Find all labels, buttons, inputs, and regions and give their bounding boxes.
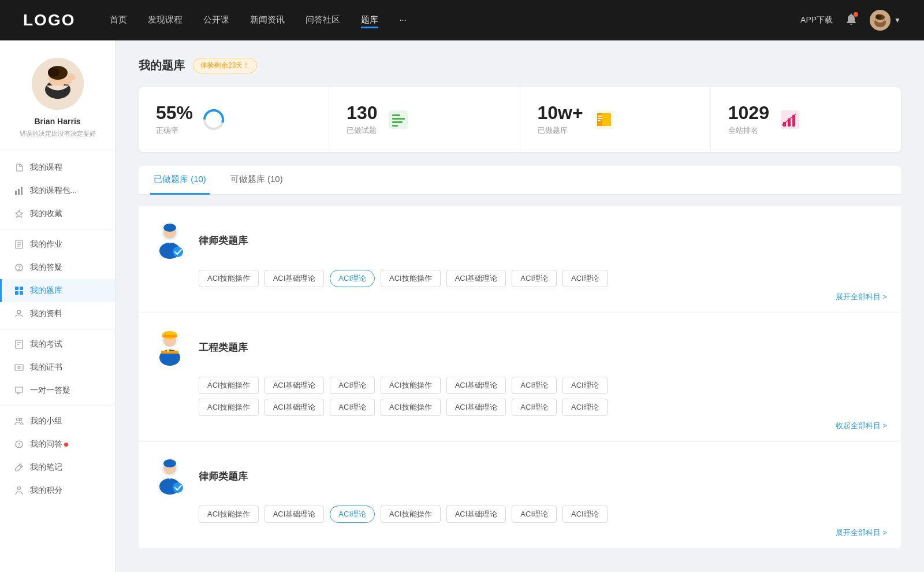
eng-tag-2[interactable]: ACI理论 <box>330 377 375 394</box>
sidebar-item-course[interactable]: 我的课程 <box>0 156 115 179</box>
nav-discover[interactable]: 发现课程 <box>148 12 182 28</box>
doc2-icon <box>14 339 24 350</box>
eng-tag-4[interactable]: ACI基础理论 <box>446 377 506 394</box>
expand-link-lawyer-2[interactable]: 展开全部科目 > <box>199 528 887 538</box>
svg-rect-65 <box>167 350 169 352</box>
svg-point-9 <box>48 68 59 77</box>
nav-home[interactable]: 首页 <box>110 12 127 28</box>
nav-opencourse[interactable]: 公开课 <box>203 12 229 28</box>
sidebar-item-favorites-label: 我的收藏 <box>30 209 62 219</box>
l2-tag-2[interactable]: ACI理论 <box>330 506 375 523</box>
user-avatar-area[interactable]: ▼ <box>870 10 901 31</box>
l2-tag-1[interactable]: ACI基础理论 <box>264 506 325 523</box>
svg-rect-21 <box>20 287 23 290</box>
sidebar-item-profile-label: 我的资料 <box>30 309 62 319</box>
l2-tag-5[interactable]: ACI理论 <box>512 506 557 523</box>
svg-rect-40 <box>392 114 400 116</box>
profile-name: Brian Harris <box>34 117 80 126</box>
sidebar-item-exams[interactable]: 我的考试 <box>0 333 115 356</box>
l2-tag-3[interactable]: ACI技能操作 <box>381 506 441 523</box>
question-icon <box>14 262 24 273</box>
sidebar-item-qa[interactable]: 我的答疑 <box>0 256 115 279</box>
tag-5[interactable]: ACI理论 <box>512 270 557 287</box>
divider-3 <box>0 406 115 406</box>
eng-tag-7[interactable]: ACI技能操作 <box>199 399 259 416</box>
notification-bell[interactable] <box>844 12 858 28</box>
engineer-icon <box>152 327 187 367</box>
tag-3[interactable]: ACI技能操作 <box>381 270 441 287</box>
eng-tag-8[interactable]: ACI基础理论 <box>264 399 325 416</box>
svg-rect-64 <box>161 351 178 354</box>
chart-icon <box>14 185 24 196</box>
banks-chart-icon <box>593 108 616 131</box>
sidebar-item-group[interactable]: 我的小组 <box>0 410 115 433</box>
rank-chart-icon <box>778 108 802 131</box>
stat-done-banks-label: 已做题库 <box>538 125 583 136</box>
tab-available-banks[interactable]: 可做题库 (10) <box>227 166 286 195</box>
svg-point-35 <box>18 487 21 490</box>
profile-area: Brian Harris 错误的决定比没有决定要好 <box>0 58 115 150</box>
eng-tag-11[interactable]: ACI基础理论 <box>446 399 506 416</box>
eng-tag-5[interactable]: ACI理论 <box>512 377 557 394</box>
sidebar-item-homework[interactable]: 我的作业 <box>0 233 115 256</box>
sidebar-item-notes[interactable]: 我的笔记 <box>0 456 115 479</box>
tab-done-banks[interactable]: 已做题库 (10) <box>150 166 210 195</box>
nav-qa[interactable]: 问答社区 <box>305 12 340 28</box>
sidebar-item-coursepack[interactable]: 我的课程包... <box>0 179 115 202</box>
sidebar-item-qa-label: 我的答疑 <box>30 262 62 273</box>
sidebar-item-my-questions[interactable]: ? 我的问答 <box>0 433 115 456</box>
svg-rect-23 <box>20 291 23 295</box>
app-download-button[interactable]: APP下载 <box>800 15 833 25</box>
svg-rect-43 <box>392 125 398 127</box>
bank-section-lawyer-1: 律师类题库 ACI技能操作 ACI基础理论 ACI理论 ACI技能操作 ACI基… <box>139 206 901 313</box>
expand-link-lawyer-1[interactable]: 展开全部科目 > <box>199 292 887 302</box>
collapse-link-engineer[interactable]: 收起全部科目 > <box>199 421 887 431</box>
eng-tag-9[interactable]: ACI理论 <box>330 399 375 416</box>
tag-0[interactable]: ACI技能操作 <box>199 270 259 287</box>
l2-tag-6[interactable]: ACI理论 <box>562 506 608 523</box>
svg-point-4 <box>875 14 881 19</box>
svg-rect-48 <box>598 118 602 119</box>
eng-tag-10[interactable]: ACI技能操作 <box>381 399 441 416</box>
sidebar-item-questionbank[interactable]: 我的题库 <box>0 279 115 302</box>
sidebar-item-certificate[interactable]: 我的证书 <box>0 356 115 379</box>
eng-tag-0[interactable]: ACI技能操作 <box>199 377 259 394</box>
svg-marker-13 <box>16 210 23 217</box>
tags-row-lawyer-1: ACI技能操作 ACI基础理论 ACI理论 ACI技能操作 ACI基础理论 AC… <box>199 270 887 287</box>
eng-tag-13[interactable]: ACI理论 <box>562 399 608 416</box>
stat-done-questions: 130 已做试题 <box>329 87 520 152</box>
tag-6[interactable]: ACI理论 <box>562 270 608 287</box>
tag-2[interactable]: ACI理论 <box>330 270 375 287</box>
l2-tag-0[interactable]: ACI技能操作 <box>199 506 259 523</box>
eng-tag-12[interactable]: ACI理论 <box>512 399 557 416</box>
logo[interactable]: LOGO <box>23 11 75 29</box>
nav-more[interactable]: ··· <box>399 12 407 28</box>
chevron-down-icon: ▼ <box>894 16 901 24</box>
bank-title-lawyer-1: 律师类题库 <box>199 234 248 247</box>
svg-point-38 <box>208 114 219 125</box>
group-icon <box>14 416 24 426</box>
tag-4[interactable]: ACI基础理论 <box>446 270 506 287</box>
sidebar-item-profile[interactable]: 我的资料 <box>0 302 115 325</box>
svg-point-29 <box>18 366 20 369</box>
bank-section-lawyer-2: 律师类题库 ACI技能操作 ACI基础理论 ACI理论 ACI技能操作 ACI基… <box>139 442 901 549</box>
l2-tag-4[interactable]: ACI基础理论 <box>446 506 506 523</box>
nav-news[interactable]: 新闻资讯 <box>250 12 285 28</box>
tags-row-engineer-1: ACI技能操作 ACI基础理论 ACI理论 ACI技能操作 ACI基础理论 AC… <box>199 377 887 394</box>
sidebar-item-favorites[interactable]: 我的收藏 <box>0 202 115 225</box>
sidebar-item-points[interactable]: 我的积分 <box>0 479 115 502</box>
tag-1[interactable]: ACI基础理论 <box>264 270 325 287</box>
svg-rect-20 <box>15 287 18 290</box>
nav-questionbank[interactable]: 题库 <box>361 12 378 28</box>
eng-tag-6[interactable]: ACI理论 <box>562 377 608 394</box>
svg-point-70 <box>173 482 183 493</box>
bank-title-engineer: 工程类题库 <box>199 341 248 354</box>
tabs-row: 已做题库 (10) 可做题库 (10) <box>139 166 901 195</box>
sidebar-item-private-qa[interactable]: 一对一答疑 <box>0 379 115 402</box>
eng-tag-1[interactable]: ACI基础理论 <box>264 377 325 394</box>
eng-tag-3[interactable]: ACI技能操作 <box>381 377 441 394</box>
svg-point-24 <box>17 310 21 314</box>
svg-point-57 <box>163 224 176 232</box>
star-icon <box>14 209 24 219</box>
unread-dot <box>64 443 68 447</box>
